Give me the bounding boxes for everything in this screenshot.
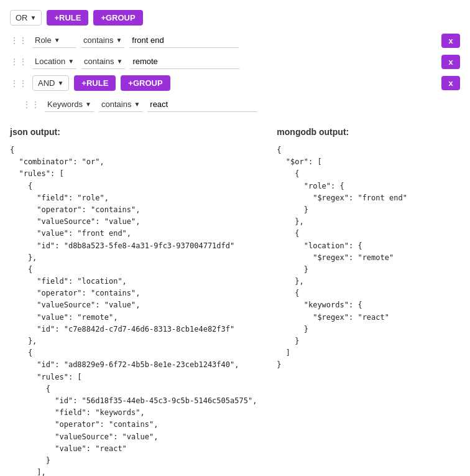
field-label-location: Location <box>35 57 65 66</box>
top-operator-label: OR <box>16 13 28 22</box>
operator-select-keywords[interactable]: contains ▼ <box>99 97 142 112</box>
remove-rule-location-button[interactable]: x <box>441 55 460 69</box>
operator-label-keywords: contains <box>101 100 131 109</box>
json-output-title: json output: <box>10 127 257 137</box>
value-input-keywords[interactable] <box>147 97 257 112</box>
field-chevron-location: ▼ <box>68 58 74 65</box>
group-add-rule-button[interactable]: +RULE <box>74 75 116 91</box>
field-select-location[interactable]: Location ▼ <box>32 54 76 69</box>
remove-rule-role-button[interactable]: x <box>441 34 460 48</box>
top-operator-chevron: ▼ <box>30 14 37 21</box>
group-indent: ⋮⋮ Keywords ▼ contains ▼ <box>22 97 460 112</box>
json-output-code: { "combinator": "or", "rules": [ { "fiel… <box>10 144 257 476</box>
drag-handle-location[interactable]: ⋮⋮ <box>10 57 27 67</box>
top-operator-select[interactable]: OR ▼ <box>10 10 42 26</box>
value-input-role[interactable] <box>129 33 239 48</box>
field-select-keywords[interactable]: Keywords ▼ <box>45 97 94 112</box>
mongodb-output-block: mongodb output: { "$or": [ { "role": { "… <box>277 127 460 476</box>
drag-handle-keywords[interactable]: ⋮⋮ <box>22 100 40 110</box>
operator-chevron-keywords: ▼ <box>134 101 140 108</box>
field-chevron-role: ▼ <box>54 37 60 44</box>
group-toolbar-row: ⋮⋮ AND ▼ +RULE +GROUP x <box>10 75 460 91</box>
rule-row-role: ⋮⋮ Role ▼ contains ▼ x <box>10 33 460 48</box>
top-add-group-button[interactable]: +GROUP <box>93 10 142 26</box>
field-chevron-keywords: ▼ <box>85 101 91 108</box>
output-section: json output: { "combinator": "or", "rule… <box>10 127 460 476</box>
json-output-block: json output: { "combinator": "or", "rule… <box>10 127 257 476</box>
x-button-wrapper-location: x <box>441 55 460 69</box>
drag-handle-group[interactable]: ⋮⋮ <box>10 78 27 88</box>
operator-label-role: contains <box>83 35 113 45</box>
field-label-role: Role <box>35 35 52 45</box>
top-add-rule-button[interactable]: +RULE <box>47 10 88 26</box>
field-select-role[interactable]: Role ▼ <box>32 33 76 48</box>
remove-group-button[interactable]: x <box>441 76 460 90</box>
operator-select-role[interactable]: contains ▼ <box>81 33 124 48</box>
mongodb-output-title: mongodb output: <box>277 127 460 137</box>
rule-row-keywords: ⋮⋮ Keywords ▼ contains ▼ <box>22 97 460 112</box>
group-operator-chevron: ▼ <box>57 80 63 86</box>
drag-handle-role[interactable]: ⋮⋮ <box>10 35 27 45</box>
x-button-wrapper-role: x <box>441 34 460 48</box>
group-operator-label: AND <box>38 78 55 88</box>
mongodb-output-code: { "$or": [ { "role": { "$regex": "front … <box>277 144 460 371</box>
group-operator-select[interactable]: AND ▼ <box>32 75 69 91</box>
operator-chevron-location: ▼ <box>116 58 122 65</box>
x-button-wrapper-group: x <box>441 76 460 90</box>
operator-select-location[interactable]: contains ▼ <box>81 54 125 69</box>
rule-row-location: ⋮⋮ Location ▼ contains ▼ x <box>10 54 460 69</box>
field-label-keywords: Keywords <box>47 100 83 109</box>
operator-chevron-role: ▼ <box>116 37 122 44</box>
operator-label-location: contains <box>84 57 114 66</box>
top-toolbar: OR ▼ +RULE +GROUP <box>10 10 460 26</box>
value-input-location[interactable] <box>130 54 239 69</box>
group-add-group-button[interactable]: +GROUP <box>121 75 170 91</box>
